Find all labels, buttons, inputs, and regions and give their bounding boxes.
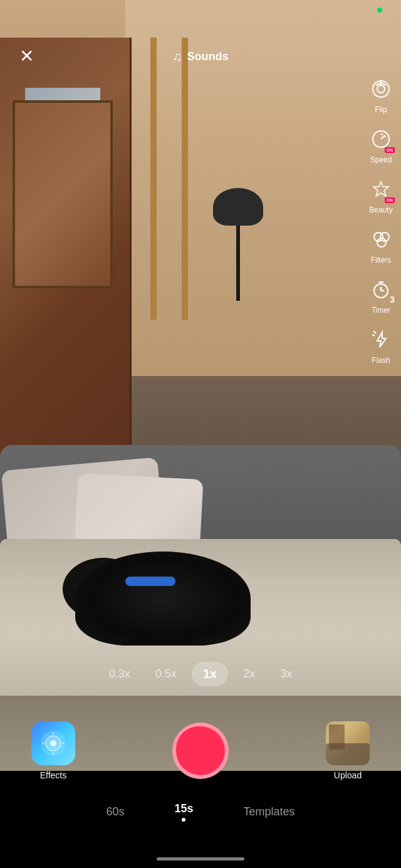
beauty-on-badge: ON xyxy=(385,197,395,203)
bottom-actions: Effects Upload xyxy=(0,721,401,780)
speed-control[interactable]: ON Speed xyxy=(367,125,395,164)
upload-preview xyxy=(326,721,370,765)
zoom-1x[interactable]: 1x xyxy=(192,662,228,686)
close-icon: ✕ xyxy=(19,48,34,65)
lamp-shade xyxy=(213,188,263,226)
zoom-0-3x[interactable]: 0.3x xyxy=(99,662,140,686)
beauty-control[interactable]: ON Beauty xyxy=(367,175,395,214)
ladder-decor xyxy=(138,38,213,320)
beauty-label: Beauty xyxy=(369,206,392,214)
effects-button[interactable]: Effects xyxy=(31,721,75,780)
flip-label: Flip xyxy=(375,105,387,114)
couch xyxy=(0,445,401,696)
tab-templates[interactable]: Templates xyxy=(244,805,295,818)
filters-control[interactable]: Filters xyxy=(367,226,395,264)
tab-60s[interactable]: 60s xyxy=(106,805,124,818)
upload-label: Upload xyxy=(334,770,362,780)
music-icon: ♫ xyxy=(173,50,182,64)
tab-15s-label: 15s xyxy=(174,802,193,815)
tab-templates-label: Templates xyxy=(244,805,295,818)
sounds-button[interactable]: ♫ Sounds xyxy=(173,50,229,64)
flash-label: Flash xyxy=(372,356,390,365)
flip-control[interactable]: Flip xyxy=(367,75,395,114)
svg-marker-5 xyxy=(373,182,388,196)
zoom-controls: 0.3x 0.5x 1x 2x 3x xyxy=(0,662,401,686)
flash-icon xyxy=(367,326,395,353)
filters-label: Filters xyxy=(371,256,392,264)
zoom-2x[interactable]: 2x xyxy=(233,662,265,686)
tab-15s[interactable]: 15s xyxy=(174,802,193,822)
filters-icon xyxy=(367,226,395,253)
status-indicator xyxy=(377,8,382,13)
speed-on-badge: ON xyxy=(385,147,395,153)
home-indicator xyxy=(157,857,244,860)
effects-icon xyxy=(31,721,75,765)
upload-icon xyxy=(326,721,370,765)
timer-label: Timer xyxy=(372,306,390,315)
zoom-0-5x[interactable]: 0.5x xyxy=(145,662,187,686)
close-button[interactable]: ✕ xyxy=(13,43,40,70)
upload-button[interactable]: Upload xyxy=(326,721,370,780)
timer-icon: 3 xyxy=(367,276,395,303)
flash-control[interactable]: Flash xyxy=(367,326,395,365)
svg-line-4 xyxy=(381,135,385,139)
top-bar: ✕ ♫ Sounds xyxy=(0,38,401,75)
door-panel xyxy=(13,100,113,288)
dog-collar xyxy=(125,577,175,586)
tab-active-indicator xyxy=(182,818,185,822)
record-button-inner xyxy=(176,726,221,771)
flip-icon xyxy=(367,75,395,103)
lamp-pole xyxy=(236,226,240,301)
dog xyxy=(63,520,263,646)
timer-control[interactable]: 3 Timer xyxy=(367,276,395,315)
tab-60s-label: 60s xyxy=(106,805,124,818)
effects-label: Effects xyxy=(40,770,67,780)
camera-view xyxy=(0,0,401,771)
timer-number: 3 xyxy=(390,295,395,305)
speed-label: Speed xyxy=(370,155,392,164)
svg-line-15 xyxy=(372,335,375,336)
sounds-label: Sounds xyxy=(187,50,229,63)
lamp xyxy=(226,175,251,288)
zoom-3x[interactable]: 3x xyxy=(270,662,302,686)
speed-icon: ON xyxy=(367,125,395,153)
beauty-icon: ON xyxy=(367,175,395,203)
record-button[interactable] xyxy=(172,723,229,779)
right-controls: Flip ON Speed ON Beauty xyxy=(367,75,395,365)
svg-point-18 xyxy=(50,740,56,746)
svg-line-14 xyxy=(373,331,376,333)
tab-bar: 60s 15s Templates xyxy=(0,787,401,837)
svg-point-1 xyxy=(377,85,385,93)
dog-body xyxy=(75,552,251,646)
door-area xyxy=(0,38,132,476)
